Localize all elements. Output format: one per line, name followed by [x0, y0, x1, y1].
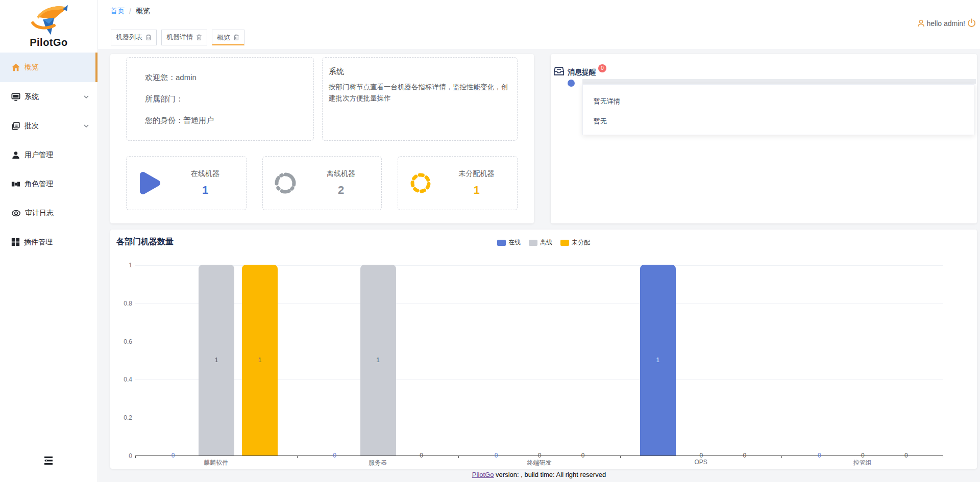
- timeline-node-dot[interactable]: [568, 80, 575, 87]
- legend-marker: [529, 240, 537, 246]
- y-axis-tick-label: 0.4: [109, 376, 132, 383]
- x-axis-category-label: 终端研发: [527, 459, 552, 467]
- legend-item-离线[interactable]: 离线: [529, 238, 552, 247]
- legend-item-在线[interactable]: 在线: [497, 238, 521, 247]
- welcome-line: 欢迎您：admin: [145, 73, 313, 83]
- stat-card-offline: 离线机器 2: [262, 156, 382, 210]
- sidebar-item-label: 审计日志: [25, 209, 54, 218]
- x-axis-tick: [458, 455, 459, 458]
- system-card: 系统 按部门树节点查看一台机器各指标详情，监控性能变化，创建批次方便批量操作: [322, 57, 518, 141]
- user-icon: [11, 150, 20, 160]
- stat-label: 离线机器: [308, 169, 374, 179]
- plugin-grid-icon: [11, 238, 20, 246]
- messages-panel: 消息提醒 0 暂无详情 暂无: [551, 54, 977, 223]
- tab-label: 机器详情: [166, 33, 193, 42]
- bar-value-label: 1: [640, 357, 676, 364]
- sidebar-collapse-button[interactable]: [43, 455, 54, 468]
- department-machines-chart-panel: 各部门机器数量 在线离线未分配 00.20.40.60.81麒麟软件011服务器…: [110, 230, 977, 469]
- stat-card-online: 在线机器 1: [126, 156, 247, 210]
- y-axis-tick-label: 0.6: [109, 338, 132, 345]
- stat-label: 未分配机器: [443, 169, 510, 179]
- sidebar-item-plugin-management[interactable]: 插件管理: [0, 227, 97, 257]
- overview-panel: 欢迎您：admin 所属部门： 您的身份：普通用户 系统 按部门树节点查看一台机…: [110, 54, 534, 223]
- sidebar-menu: 概览 系统 批次: [0, 53, 97, 257]
- x-axis-tick: [620, 455, 621, 458]
- timeline-track: [582, 79, 976, 84]
- tab-overview[interactable]: 概览: [212, 30, 244, 45]
- batch-icon: [11, 121, 20, 131]
- bar-zero-label: 0: [741, 452, 748, 459]
- bar-value-label: 1: [360, 357, 396, 364]
- chart-title: 各部门机器数量: [116, 237, 174, 247]
- stat-label: 在线机器: [172, 169, 239, 179]
- system-card-title: 系统: [329, 67, 510, 77]
- bar-value-label: 1: [242, 357, 278, 364]
- tab-close-trash-icon[interactable]: [233, 34, 239, 41]
- tab-close-trash-icon[interactable]: [196, 34, 202, 41]
- pilotgo-logo-icon: [27, 4, 71, 36]
- sidebar-item-user-management[interactable]: 用户管理: [0, 140, 97, 169]
- chart-plot: 00.20.40.60.81麒麟软件011服务器010终端研发000OPS100…: [135, 265, 943, 456]
- sidebar: PilotGo 概览 系统 批次: [0, 0, 98, 482]
- messages-title: 消息提醒: [568, 66, 596, 77]
- legend-label: 在线: [508, 238, 521, 247]
- stat-value: 1: [443, 184, 510, 197]
- footer-pilotgo-link[interactable]: PilotGo: [472, 471, 494, 478]
- footer: PilotGo version: , build time: All right…: [98, 471, 980, 481]
- x-axis-tick: [943, 455, 943, 458]
- sidebar-item-audit-log[interactable]: 审计日志: [0, 198, 97, 227]
- sidebar-item-overview[interactable]: 概览: [0, 53, 97, 82]
- messages-header: 消息提醒 0: [554, 66, 606, 77]
- logout-power-icon[interactable]: [967, 18, 976, 28]
- sidebar-item-role-management[interactable]: 角色管理: [0, 169, 97, 198]
- sidebar-item-label: 概览: [24, 63, 39, 72]
- tab-machine-list[interactable]: 机器列表: [111, 30, 157, 45]
- bar-zero-label: 0: [418, 452, 425, 459]
- message-empty: 暂无: [594, 117, 974, 126]
- tab-bar: 机器列表 机器详情 概览: [111, 30, 244, 45]
- legend-item-未分配[interactable]: 未分配: [560, 238, 590, 247]
- bar-zero-label: 0: [169, 452, 177, 459]
- role-icon: [11, 180, 20, 189]
- audit-eye-icon: [11, 209, 21, 218]
- x-axis-category-label: 麒麟软件: [204, 459, 228, 467]
- legend-marker: [497, 240, 506, 246]
- message-detail-card: 暂无详情 暂无: [582, 84, 974, 135]
- x-axis-tick: [781, 455, 782, 458]
- inbox-icon: [554, 66, 564, 76]
- x-axis-category-label: OPS: [694, 459, 707, 466]
- tab-machine-detail[interactable]: 机器详情: [161, 30, 207, 45]
- bar-zero-label: 0: [536, 452, 543, 459]
- bar-zero-label: 0: [698, 452, 705, 459]
- bar-zero-label: 0: [859, 452, 866, 459]
- stat-value: 2: [308, 184, 374, 197]
- message-empty-detail: 暂无详情: [594, 97, 974, 106]
- y-axis-tick-label: 0: [109, 452, 132, 460]
- sidebar-item-label: 插件管理: [24, 238, 53, 247]
- x-axis-tick: [135, 455, 136, 458]
- welcome-card: 欢迎您：admin 所属部门： 您的身份：普通用户: [126, 57, 314, 141]
- stat-card-unassigned: 未分配机器 1: [398, 156, 518, 210]
- online-machines-icon: [136, 170, 162, 196]
- bar-zero-label: 0: [902, 452, 910, 459]
- bar-zero-label: 0: [816, 452, 823, 459]
- sidebar-item-label: 角色管理: [24, 180, 53, 189]
- sidebar-item-system[interactable]: 系统: [0, 82, 97, 111]
- chart-legend: 在线离线未分配: [497, 238, 590, 247]
- unassigned-machines-icon: [407, 170, 434, 196]
- sidebar-item-label: 用户管理: [24, 150, 53, 160]
- x-axis-category-label: 服务器: [369, 459, 387, 467]
- sidebar-item-batch[interactable]: 批次: [0, 111, 97, 140]
- legend-marker: [560, 240, 569, 246]
- bar-zero-label: 0: [493, 452, 500, 459]
- breadcrumb-current: 概览: [136, 7, 150, 16]
- logo: PilotGo: [0, 0, 97, 48]
- tab-close-trash-icon[interactable]: [145, 34, 152, 41]
- offline-machines-icon: [272, 170, 299, 196]
- bar-未分配-麒麟软件: 1: [242, 265, 278, 455]
- bar-zero-label: 0: [579, 452, 586, 459]
- breadcrumb-home-link[interactable]: 首页: [110, 7, 125, 16]
- y-axis-tick-label: 0.8: [109, 300, 132, 307]
- collapse-menu-icon: [43, 455, 54, 466]
- chevron-down-icon: [83, 94, 89, 100]
